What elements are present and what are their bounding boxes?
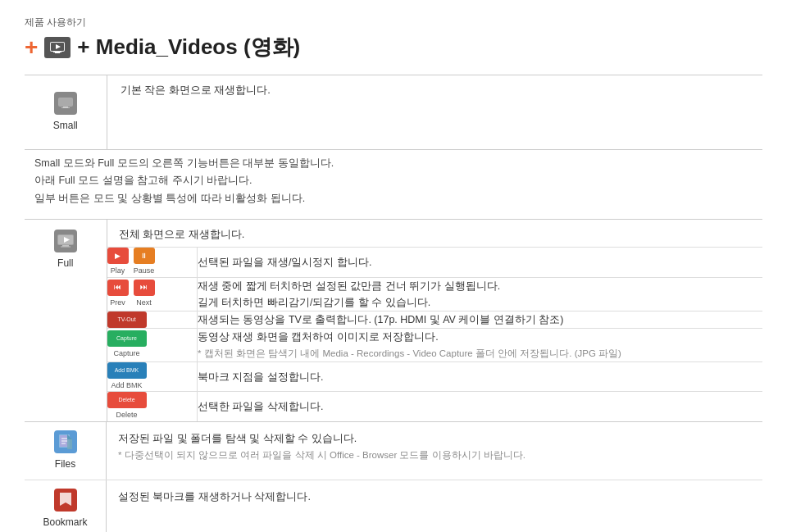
tvout-description: 재생되는 동영상을 TV로 출력합니다. (17p. HDMI 및 AV 케이블… bbox=[198, 314, 564, 325]
tvout-desc: 재생되는 동영상을 TV로 출력합니다. (17p. HDMI 및 AV 케이블… bbox=[198, 311, 763, 328]
full-section-row: Full 전체 화면으로 재생합니다. bbox=[25, 219, 762, 421]
feature-table: 전체 화면으로 재생합니다. ▶ Play bbox=[107, 220, 763, 421]
full-left-cell: Full bbox=[25, 219, 107, 421]
page: 제품 사용하기 + + Media_Videos (영화) bbox=[0, 0, 787, 532]
bookmark-icon bbox=[54, 489, 77, 512]
small-description: 기본 작은 화면으로 재생합니다. bbox=[121, 84, 271, 96]
page-title-text: + Media_Videos (영화) bbox=[77, 31, 300, 63]
bottom-section: Files 저장된 파일 및 폴더를 탐색 및 삭제할 수 있습니다. * 다중… bbox=[25, 421, 762, 532]
delete-icon-cell: Delete Delete bbox=[107, 392, 198, 421]
delete-icons: Delete Delete bbox=[107, 392, 198, 421]
play-pause-desc: 선택된 파일을 재생/일시정지 합니다. bbox=[198, 248, 763, 278]
small-label: Small bbox=[53, 118, 78, 133]
small-item: Small bbox=[34, 82, 97, 143]
full-label: Full bbox=[57, 256, 73, 271]
svg-marker-21 bbox=[60, 493, 71, 506]
files-icon bbox=[54, 430, 77, 453]
capture-description: 동영상 재생 화면을 캡처하여 이미지로 저장합니다. bbox=[198, 331, 439, 343]
capture-desc: 동영상 재생 화면을 캡처하여 이미지로 저장합니다. * 캡처된 화면은 탐색… bbox=[198, 328, 763, 361]
capture-note: * 캡처된 화면은 탐색기 내에 Media - Recordings - Vi… bbox=[198, 348, 621, 358]
delete-icon-group: Delete Delete bbox=[107, 392, 147, 421]
plus-icon: + bbox=[25, 36, 38, 59]
capture-label: Capture bbox=[113, 348, 139, 360]
small-icon bbox=[54, 92, 77, 115]
next-icon-group: ⏭ Next bbox=[134, 280, 155, 309]
full-icon bbox=[54, 230, 77, 252]
full-top-text: 전체 화면으로 재생합니다. bbox=[119, 228, 245, 240]
play-pause-icon-cell: ▶ Play ⏸ Pause bbox=[107, 248, 198, 278]
tvout-icon-group: TV-Out bbox=[107, 311, 147, 328]
play-button-icon[interactable]: ▶ bbox=[107, 248, 129, 264]
feature-row-delete: Delete Delete 선택한 파일을 삭제합니다. bbox=[107, 392, 763, 421]
delete-label: Delete bbox=[116, 410, 137, 421]
feature-row-prev-next: ⏮ Prev ⏭ Next 재생 중에 짧게 터치하면 설정된 값만큼 건너 뛰 bbox=[107, 277, 763, 311]
full-right-cell: 전체 화면으로 재생합니다. ▶ Play bbox=[107, 219, 762, 421]
bookmark-row: Bookmark 설정된 북마크를 재생하거나 삭제합니다. bbox=[25, 480, 762, 532]
feature-row-tvout: TV-Out 재생되는 동영상을 TV로 출력합니다. (17p. HDMI 및… bbox=[107, 311, 763, 328]
capture-button-icon[interactable]: Capture bbox=[107, 330, 147, 347]
bookmark-label: Bookmark bbox=[43, 515, 87, 530]
play-pause-description: 선택된 파일을 재생/일시정지 합니다. bbox=[198, 257, 371, 268]
feature-row-play-pause: ▶ Play ⏸ Pause 선택된 파일을 재생/일시정지 합니다. bbox=[107, 248, 763, 278]
full-item: Full bbox=[25, 220, 107, 280]
info-text-cell: Small 모드와 Full 모드의 오른쪽 기능버튼은 대부분 동일합니다. … bbox=[25, 150, 762, 220]
svg-marker-20 bbox=[67, 434, 72, 439]
bookmark-left: Bookmark bbox=[25, 480, 107, 532]
prev-icon-group: ⏮ Prev bbox=[107, 280, 129, 309]
bookmark-description: 설정된 북마크를 재생하거나 삭제합니다. bbox=[118, 489, 751, 506]
prev-next-description: 재생 중에 짧게 터치하면 설정된 값만큼 건너 뛰기가 실행됩니다. 길게 터… bbox=[198, 280, 500, 308]
small-left-cell: Small bbox=[25, 75, 107, 150]
prev-label: Prev bbox=[110, 298, 125, 309]
tvout-icon-cell: TV-Out bbox=[107, 311, 198, 328]
media-icon bbox=[50, 42, 65, 53]
full-monitor-icon bbox=[57, 234, 74, 248]
feature-row-addbmk: Add BMK Add BMK 북마크 지점을 설정합니다. bbox=[107, 361, 763, 392]
files-note: * 다중선택이 되지 않으므로 여러 파일을 삭제 시 Office - Bro… bbox=[118, 448, 751, 464]
addbmk-button-icon[interactable]: Add BMK bbox=[107, 362, 147, 379]
files-svg-icon bbox=[59, 434, 72, 449]
prev-next-desc: 재생 중에 짧게 터치하면 설정된 값만큼 건너 뛰기가 실행됩니다. 길게 터… bbox=[198, 277, 763, 311]
tvout-button-icon[interactable]: TV-Out bbox=[107, 311, 147, 328]
info-text-row: Small 모드와 Full 모드의 오른쪽 기능버튼은 대부분 동일합니다. … bbox=[25, 150, 762, 220]
tvout-icons: TV-Out bbox=[107, 311, 198, 328]
addbmk-icons: Add BMK Add BMK bbox=[107, 362, 198, 392]
svg-rect-12 bbox=[62, 245, 69, 247]
pause-label: Pause bbox=[134, 266, 155, 277]
page-subtitle: 제품 사용하기 bbox=[25, 15, 762, 30]
addbmk-desc: 북마크 지점을 설정합니다. bbox=[198, 361, 763, 392]
small-right-cell: 기본 작은 화면으로 재생합니다. bbox=[107, 75, 762, 150]
play-label: Play bbox=[111, 266, 125, 277]
feature-row-capture: Capture Capture 동영상 재생 화면을 캡처하여 이미지로 저장합… bbox=[107, 328, 763, 361]
delete-desc: 선택한 파일을 삭제합니다. bbox=[198, 392, 763, 421]
pause-button-icon[interactable]: ⏸ bbox=[134, 248, 155, 264]
title-icon-box bbox=[44, 37, 71, 58]
svg-rect-6 bbox=[59, 98, 72, 106]
addbmk-icon-group: Add BMK Add BMK bbox=[107, 362, 147, 392]
delete-description: 선택한 파일을 삭제합니다. bbox=[198, 401, 323, 412]
delete-button-icon[interactable]: Delete bbox=[107, 392, 147, 408]
main-table: Small 기본 작은 화면으로 재생합니다. Small 모드와 Full 모… bbox=[25, 75, 762, 421]
next-label: Next bbox=[136, 298, 152, 309]
prev-button-icon[interactable]: ⏮ bbox=[107, 280, 129, 296]
small-monitor-icon bbox=[58, 98, 73, 109]
addbmk-description: 북마크 지점을 설정합니다. bbox=[198, 371, 323, 383]
svg-rect-8 bbox=[61, 107, 70, 108]
info-text: Small 모드와 Full 모드의 오른쪽 기능버튼은 대부분 동일합니다. … bbox=[34, 155, 753, 207]
addbmk-label: Add BMK bbox=[111, 380, 142, 392]
files-row: Files 저장된 파일 및 폴더를 탐색 및 삭제할 수 있습니다. * 다중… bbox=[25, 422, 762, 480]
next-button-icon[interactable]: ⏭ bbox=[134, 280, 155, 296]
files-description: 저장된 파일 및 폴더를 탐색 및 삭제할 수 있습니다. bbox=[118, 430, 751, 448]
capture-icons: Capture Capture bbox=[107, 330, 198, 360]
svg-rect-13 bbox=[61, 246, 71, 247]
svg-rect-4 bbox=[53, 52, 61, 52]
prev-next-icons: ⏮ Prev ⏭ Next bbox=[107, 280, 198, 309]
prev-next-icon-cell: ⏮ Prev ⏭ Next bbox=[107, 277, 198, 311]
addbmk-icon-cell: Add BMK Add BMK bbox=[107, 361, 198, 392]
page-header: 제품 사용하기 + + Media_Videos (영화) bbox=[25, 15, 762, 63]
pause-icon-group: ⏸ Pause bbox=[134, 248, 155, 277]
bookmark-right: 설정된 북마크를 재생하거나 삭제합니다. bbox=[107, 480, 762, 532]
capture-icon-group: Capture Capture bbox=[107, 330, 147, 360]
files-label: Files bbox=[55, 457, 75, 471]
files-left: Files bbox=[25, 422, 107, 480]
play-pause-icons: ▶ Play ⏸ Pause bbox=[107, 248, 198, 277]
